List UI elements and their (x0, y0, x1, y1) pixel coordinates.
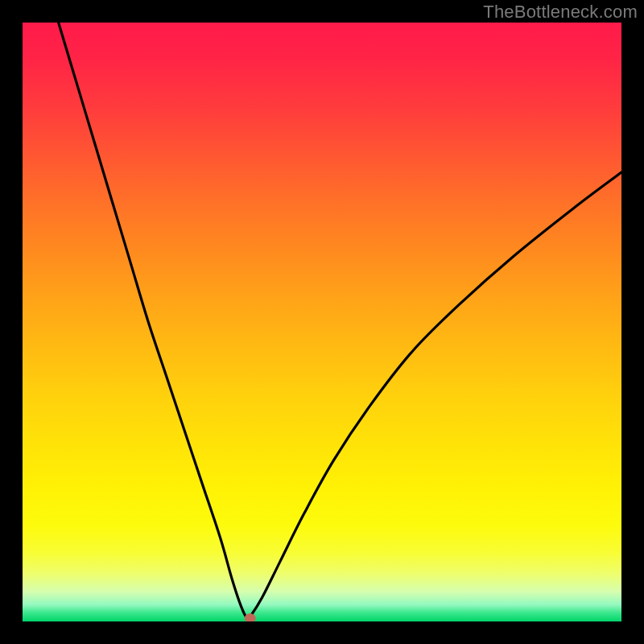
chart-container: TheBottleneck.com (0, 0, 644, 644)
chart-svg (23, 23, 621, 621)
watermark-text: TheBottleneck.com (483, 2, 638, 23)
plot-area (23, 23, 621, 621)
gradient-background (23, 23, 621, 621)
